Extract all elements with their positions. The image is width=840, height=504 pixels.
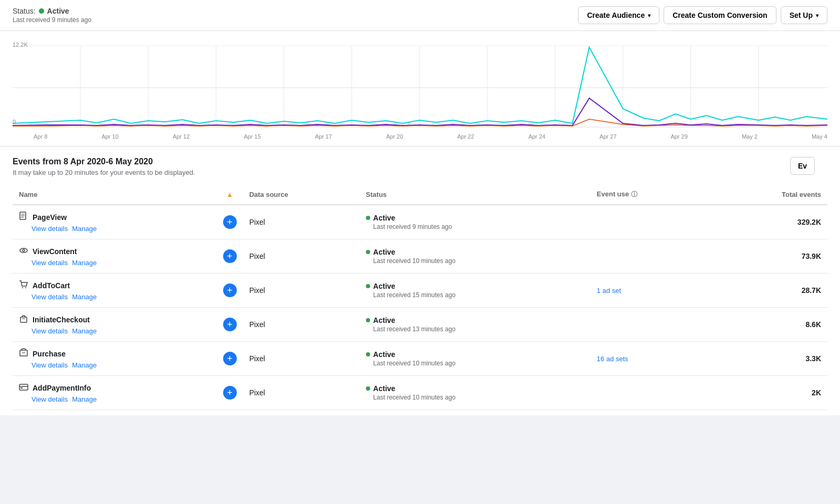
chart-y-bottom-label: 0	[13, 119, 16, 125]
last-received-text: Last received 9 minutes ago	[13, 16, 91, 24]
view-details-link[interactable]: View details	[32, 361, 68, 369]
status-cell-inner: Active Last received 15 minutes ago	[366, 282, 584, 299]
status-cell-inner: Active Last received 10 minutes ago	[366, 350, 584, 367]
status-dot	[39, 8, 44, 14]
event-name-cell: ViewContent View details Manage	[19, 246, 211, 267]
warning-cell: +	[217, 205, 243, 239]
svg-point-19	[23, 249, 25, 251]
status-active: Active	[366, 384, 584, 393]
eye-icon	[19, 246, 28, 257]
x-label-1: Apr 10	[101, 133, 118, 140]
manage-link[interactable]: Manage	[72, 225, 97, 233]
view-details-link[interactable]: View details	[32, 259, 68, 267]
data-source-cell: Pixel	[243, 342, 360, 376]
event-name: AddToCart	[33, 281, 70, 290]
top-buttons: Create Audience ▾ Create Custom Conversi…	[578, 6, 827, 24]
ev-button[interactable]: Ev	[790, 157, 815, 175]
x-label-6: Apr 22	[457, 133, 474, 140]
warning-cell: +	[217, 239, 243, 274]
chart-container: 12.2K 0 Apr 8 Apr 10 Apr 12 Apr 15 Apr 1…	[0, 31, 840, 146]
view-details-link[interactable]: View details	[32, 293, 68, 301]
create-custom-conversion-button[interactable]: Create Custom Conversion	[664, 6, 776, 24]
x-label-4: Apr 17	[315, 133, 332, 140]
add-button[interactable]: +	[223, 352, 237, 365]
event-use-cell	[591, 308, 710, 342]
top-bar: Status: Active Last received 9 minutes a…	[0, 0, 840, 31]
event-name-row: InitiateCheckout	[19, 314, 211, 325]
data-source-cell: Pixel	[243, 239, 360, 274]
status-active: Active	[366, 248, 584, 256]
add-button[interactable]: +	[223, 249, 237, 263]
set-up-button[interactable]: Set Up ▾	[781, 6, 827, 24]
event-name-cell: PageView View details Manage	[19, 212, 211, 233]
add-button[interactable]: +	[223, 318, 237, 331]
event-name-row: PageView	[19, 212, 211, 223]
svg-point-18	[20, 248, 27, 253]
total-events-cell: 3.3K	[710, 342, 827, 376]
last-received: Last received 10 minutes ago	[373, 360, 584, 367]
svg-rect-28	[20, 387, 23, 388]
event-actions: View details Manage	[32, 361, 211, 369]
col-data-source: Data source	[243, 185, 360, 205]
status-value: Active	[373, 248, 395, 256]
events-subtitle: It may take up to 20 minutes for your ev…	[13, 169, 195, 176]
active-dot	[366, 250, 370, 254]
event-name: InitiateCheckout	[33, 316, 90, 324]
table-row: AddPaymentInfo View details Manage +Pixe…	[13, 376, 827, 410]
status-value: Active	[373, 384, 395, 393]
manage-link[interactable]: Manage	[72, 259, 97, 267]
event-name: PageView	[33, 213, 67, 222]
total-events-cell: 28.7K	[710, 274, 827, 308]
chart-svg	[13, 46, 827, 130]
add-button[interactable]: +	[223, 284, 237, 297]
last-received: Last received 13 minutes ago	[373, 326, 584, 333]
table-row: PageView View details Manage +Pixel Acti…	[13, 205, 827, 239]
event-name-row: AddPaymentInfo	[19, 382, 211, 393]
last-received: Last received 10 minutes ago	[373, 394, 584, 401]
add-warning-button[interactable]: +	[223, 215, 237, 229]
data-source-cell: Pixel	[243, 205, 360, 239]
view-details-link[interactable]: View details	[32, 395, 68, 403]
svg-rect-22	[20, 317, 27, 322]
warning-cell: +	[217, 308, 243, 342]
manage-link[interactable]: Manage	[72, 293, 97, 301]
add-button[interactable]: +	[223, 386, 237, 400]
event-name-cell: InitiateCheckout View details Manage	[19, 314, 211, 335]
event-use-link[interactable]: 16 ad sets	[597, 355, 628, 363]
event-use-info-icon[interactable]: ⓘ	[631, 191, 637, 198]
last-received: Last received 9 minutes ago	[373, 223, 584, 230]
status-cell: Active Last received 10 minutes ago	[360, 239, 591, 274]
event-name: ViewContent	[33, 247, 77, 256]
manage-link[interactable]: Manage	[72, 361, 97, 369]
last-received: Last received 15 minutes ago	[373, 291, 584, 299]
events-title: Events from 8 Apr 2020-6 May 2020	[13, 157, 195, 166]
x-label-5: Apr 20	[386, 133, 403, 140]
warning-cell: +	[217, 376, 243, 410]
status-cell: Active Last received 15 minutes ago	[360, 274, 591, 308]
event-name-row: Purchase	[19, 348, 211, 359]
events-table: Name ▲ Data source Status Event use ⓘ To…	[13, 185, 827, 410]
event-name-cell: Purchase View details Manage	[19, 348, 211, 369]
status-cell: Active Last received 9 minutes ago	[360, 205, 591, 239]
manage-link[interactable]: Manage	[72, 327, 97, 335]
events-table-wrapper: Name ▲ Data source Status Event use ⓘ To…	[13, 185, 827, 410]
col-event-use: Event use ⓘ	[591, 185, 710, 205]
data-source-cell: Pixel	[243, 376, 360, 410]
status-cell-inner: Active Last received 10 minutes ago	[366, 248, 584, 265]
table-row: Purchase View details Manage +Pixel Acti…	[13, 342, 827, 376]
status-area: Status: Active Last received 9 minutes a…	[13, 7, 91, 24]
view-details-link[interactable]: View details	[32, 327, 68, 335]
events-section: Events from 8 Apr 2020-6 May 2020 It may…	[0, 146, 840, 415]
status-value: Active	[373, 282, 395, 290]
chevron-down-icon: ▾	[648, 13, 650, 18]
event-use-link[interactable]: 1 ad set	[597, 287, 621, 295]
card-icon	[19, 382, 28, 393]
x-label-2: Apr 12	[173, 133, 190, 140]
manage-link[interactable]: Manage	[72, 395, 97, 403]
x-label-3: Apr 15	[244, 133, 260, 140]
active-dot	[366, 352, 370, 356]
col-warning: ▲	[217, 185, 243, 205]
total-events-cell: 8.6K	[710, 308, 827, 342]
create-audience-button[interactable]: Create Audience ▾	[578, 6, 659, 24]
view-details-link[interactable]: View details	[32, 225, 68, 233]
